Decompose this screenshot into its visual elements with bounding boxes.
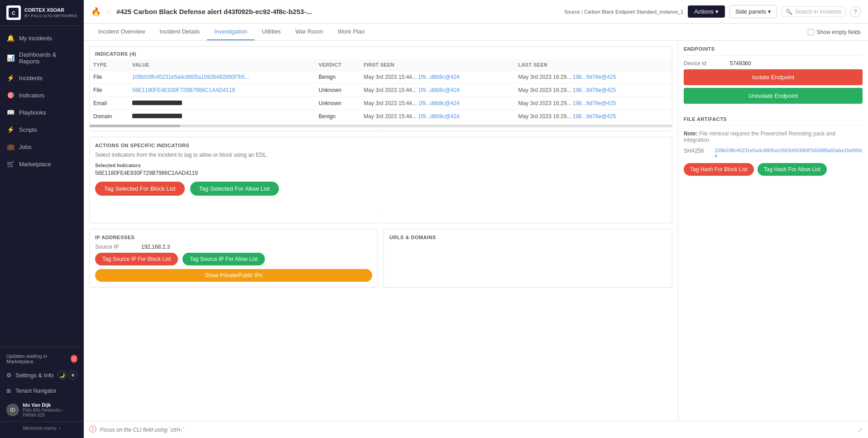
incidents-icon: 🔔 bbox=[6, 34, 14, 42]
file-artifacts-section: FILE ARTIFACTS Note: File retrieval requ… bbox=[684, 116, 863, 176]
tag-hash-allow-button[interactable]: Tag Hash For Allow List bbox=[758, 163, 827, 176]
tag-source-ip-block-button[interactable]: Tag Source IP For Block List bbox=[95, 253, 178, 265]
last-seen-link[interactable]: 198...9d78e@425 bbox=[573, 113, 616, 120]
cell-value bbox=[129, 97, 315, 110]
last-seen-link[interactable]: 198...9d78e@425 bbox=[573, 87, 616, 93]
last-seen-link[interactable]: 198...9d78e@425 bbox=[573, 74, 616, 80]
resize-handle[interactable]: ⋯ bbox=[90, 127, 672, 131]
table-row: File56E1180FE4E930F729B7986C1AAD4119Unkn… bbox=[90, 84, 672, 97]
sidebar-item-scripts[interactable]: ⚡ Scripts bbox=[0, 121, 84, 138]
logo-title: CORTEX XSOAR bbox=[24, 7, 77, 13]
show-empty-label: Show empty fields bbox=[817, 29, 861, 35]
cell-first-seen: May 3rd 2023 15:44... 1f9...d8b9c@424 bbox=[360, 110, 514, 123]
dashboards-icon: 📊 bbox=[6, 54, 14, 62]
isolate-endpoint-button[interactable]: Isolate Endpoint bbox=[684, 69, 863, 85]
incident-title: Carbon Black Defense alert d43f092b-ec92… bbox=[134, 8, 312, 15]
sidebar-item-marketplace[interactable]: 🛒 Marketplace bbox=[0, 155, 84, 173]
jobs-icon: 💼 bbox=[6, 143, 14, 151]
col-last-seen: LAST SEEN bbox=[515, 59, 672, 71]
cli-resize-icon[interactable]: ⤢ bbox=[858, 427, 863, 433]
sidebar-item-playbooks[interactable]: 📖 Playbooks bbox=[0, 104, 84, 121]
value-link[interactable]: 109b03ffc45231e5a4c8805a10926492890f7b5.… bbox=[132, 74, 249, 80]
search-box[interactable]: 🔍 Search in Incidents bbox=[782, 6, 845, 17]
tab-utilities[interactable]: Utilities bbox=[254, 24, 288, 40]
favorite-star-icon[interactable]: ☆ bbox=[106, 7, 112, 16]
sha256-row: SHA256 109b03ffc45231e5a4c8805a109264928… bbox=[684, 148, 863, 159]
sidebar-updates[interactable]: Updates waiting in Marketplace 32 bbox=[0, 351, 84, 367]
help-button[interactable]: ? bbox=[850, 6, 861, 17]
resize-dots-icon: ⋯ bbox=[379, 127, 383, 132]
last-seen-link[interactable]: 198...9d78e@425 bbox=[573, 100, 616, 106]
table-row: File109b03ffc45231e5a4c8805a10926492890f… bbox=[90, 71, 672, 84]
table-row: EmailUnknownMay 3rd 2023 15:44... 1f9...… bbox=[90, 97, 672, 110]
sidebar-item-label: Scripts bbox=[19, 126, 37, 133]
first-seen-link[interactable]: 1f9...d8b9c@424 bbox=[418, 100, 460, 106]
tab-work-plan[interactable]: Work Plan bbox=[331, 24, 372, 40]
cell-type: Domain bbox=[90, 110, 129, 123]
tag-hash-block-button[interactable]: Tag Hash For Block List bbox=[684, 163, 754, 176]
cell-value: 56E1180FE4E930F729B7986C1AAD4119 bbox=[129, 84, 315, 97]
indicators-header-row: TYPE VALUE VERDICT FIRST SEEN LAST SEEN bbox=[90, 59, 672, 71]
sidebar-item-tenant[interactable]: ⊞ Tenant Navigator bbox=[0, 383, 84, 399]
page-header: 🔥 ☆ #425 Carbon Black Defense alert d43f… bbox=[84, 0, 868, 24]
user-info: Ido Van Dijk Palo Alto Networks - PANW-X… bbox=[23, 402, 77, 418]
chevron-down-icon: ▾ bbox=[715, 8, 719, 15]
settings-gear-icon[interactable]: ✱ bbox=[68, 371, 77, 380]
sha256-value[interactable]: 109b03ffc45231e5a4c8805a10926492890f7b56… bbox=[715, 148, 863, 159]
actions-section-title: ACTIONS ON SPECIFIC INDICATORS bbox=[95, 143, 667, 148]
masked-value bbox=[132, 114, 182, 118]
cell-last-seen: May 3rd 2023 16:29... 198...9d78e@425 bbox=[515, 110, 672, 123]
cell-first-seen: May 3rd 2023 15:44... 1f9...d8b9c@424 bbox=[360, 71, 514, 84]
sidebar-item-indicators[interactable]: 🎯 Indicators bbox=[0, 87, 84, 104]
source-info: Source | Carbon Black Endpoint Standard_… bbox=[564, 9, 683, 14]
sidebar-item-jobs[interactable]: 💼 Jobs bbox=[0, 138, 84, 155]
sidebar: C CORTEX XSOAR BY PALO ALTO NETWORKS 🔔 M… bbox=[0, 0, 84, 438]
first-seen-link[interactable]: 1f9...d8b9c@424 bbox=[418, 87, 460, 93]
actions-resize-handle[interactable]: ⋯ bbox=[95, 214, 667, 217]
device-id-label: Device Id bbox=[684, 60, 724, 67]
indicators-table-wrapper: TYPE VALUE VERDICT FIRST SEEN LAST SEEN … bbox=[90, 59, 672, 127]
actions-button[interactable]: Actions ▾ bbox=[688, 5, 725, 18]
tab-war-room[interactable]: War Room bbox=[288, 24, 331, 40]
tab-incident-overview[interactable]: Incident Overview bbox=[91, 24, 152, 40]
tab-incident-details[interactable]: Incident Details bbox=[152, 24, 207, 40]
masked-value bbox=[132, 101, 182, 105]
table-scrollbar[interactable] bbox=[90, 125, 672, 127]
first-seen-link[interactable]: 1f9...d8b9c@424 bbox=[418, 113, 460, 120]
tag-selected-allow-button[interactable]: Tag Selected For Allow List bbox=[190, 182, 279, 196]
endpoints-section: ENDPOINTS Device Id 5749360 Isolate Endp… bbox=[684, 46, 863, 104]
sidebar-item-dashboards[interactable]: 📊 Dashboards & Reports bbox=[0, 47, 84, 69]
indicators-table: TYPE VALUE VERDICT FIRST SEEN LAST SEEN … bbox=[90, 59, 672, 123]
cell-type: Email bbox=[90, 97, 129, 110]
urls-section-title: URLS & DOMAINS bbox=[389, 235, 667, 240]
sidebar-item-label: Indicators bbox=[19, 92, 44, 99]
updates-label: Updates waiting in Marketplace bbox=[6, 353, 66, 364]
cli-input[interactable] bbox=[100, 427, 854, 433]
sidebar-item-settings[interactable]: ⚙ Settings & Info 🌙 ✱ bbox=[0, 367, 84, 383]
show-private-public-ips-button[interactable]: Show Private/Public IPs bbox=[95, 269, 372, 282]
first-seen-link[interactable]: 1f9...d8b9c@424 bbox=[418, 74, 460, 80]
tab-investigation[interactable]: Investigation bbox=[207, 24, 254, 40]
cell-verdict: Benign bbox=[315, 110, 360, 123]
sidebar-item-incidents[interactable]: ⚡ Incidents bbox=[0, 69, 84, 87]
user-org: Palo Alto Networks - PANW-XDI bbox=[23, 408, 77, 418]
show-empty-checkbox[interactable] bbox=[808, 29, 814, 35]
scripts-icon: ⚡ bbox=[6, 125, 14, 134]
content-body: INDICATORS (4) TYPE VALUE VERDICT FIRST … bbox=[84, 41, 868, 421]
sidebar-item-my-incidents[interactable]: 🔔 My Incidents bbox=[0, 29, 84, 47]
dark-mode-icon[interactable]: 🌙 bbox=[58, 371, 67, 380]
col-first-seen: FIRST SEEN bbox=[360, 59, 514, 71]
logo-icon: C bbox=[6, 5, 21, 20]
tag-selected-block-button[interactable]: Tag Selected For Block List bbox=[95, 182, 185, 196]
side-panels-button[interactable]: Side panels ▾ bbox=[729, 5, 777, 18]
minimize-menu[interactable]: Minimize menu ‹ bbox=[0, 421, 84, 434]
unisolate-endpoint-button[interactable]: Unisolate Endpoint bbox=[684, 88, 863, 104]
user-profile[interactable]: ID Ido Van Dijk Palo Alto Networks - PAN… bbox=[0, 399, 84, 421]
cli-alert-icon: ⓘ bbox=[89, 425, 96, 434]
cell-verdict: Unknown bbox=[315, 84, 360, 97]
cell-value bbox=[129, 110, 315, 123]
incident-number: #425 bbox=[116, 8, 131, 15]
value-link[interactable]: 56E1180FE4E930F729B7986C1AAD4119 bbox=[132, 87, 235, 93]
tag-source-ip-allow-button[interactable]: Tag Source IP For Allow List bbox=[182, 253, 265, 265]
settings-icon: ⚙ bbox=[6, 372, 12, 379]
